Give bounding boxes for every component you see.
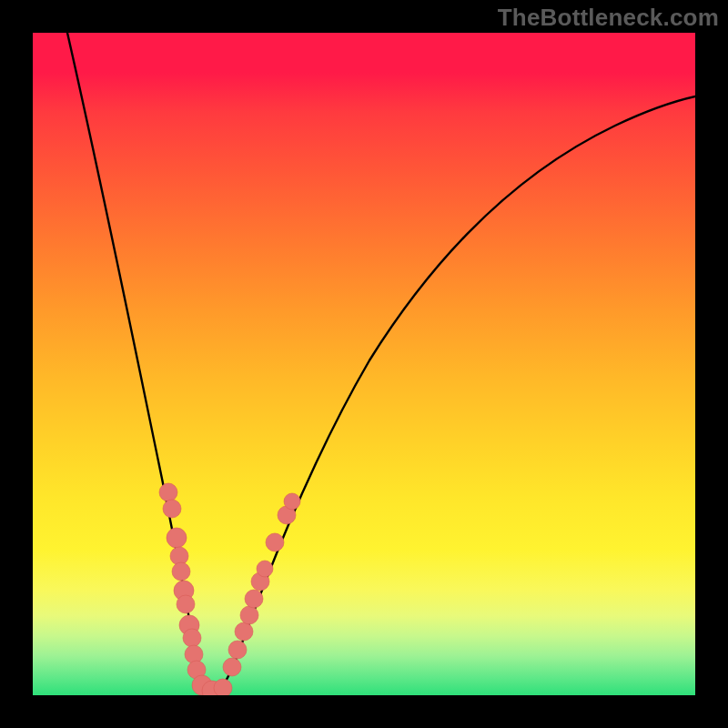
watermark-text: TheBottleneck.com	[498, 4, 719, 32]
bottleneck-curve-right	[211, 96, 695, 695]
curve-group	[67, 33, 695, 695]
plot-area	[33, 33, 695, 695]
chart-svg	[33, 33, 695, 695]
chart-frame: TheBottleneck.com	[0, 0, 728, 728]
data-point	[183, 629, 201, 647]
data-point	[167, 528, 187, 548]
data-point	[177, 595, 195, 613]
data-point	[163, 500, 181, 518]
data-point	[284, 493, 300, 510]
data-point-group	[159, 483, 300, 695]
data-point	[228, 641, 247, 659]
data-point	[266, 533, 284, 551]
data-point	[245, 590, 263, 608]
data-point	[257, 561, 273, 577]
data-point	[235, 622, 253, 641]
data-point	[172, 562, 190, 581]
data-point	[185, 645, 203, 663]
data-point	[214, 679, 232, 695]
data-point	[159, 483, 177, 501]
data-point	[223, 658, 241, 676]
data-point	[240, 606, 258, 624]
